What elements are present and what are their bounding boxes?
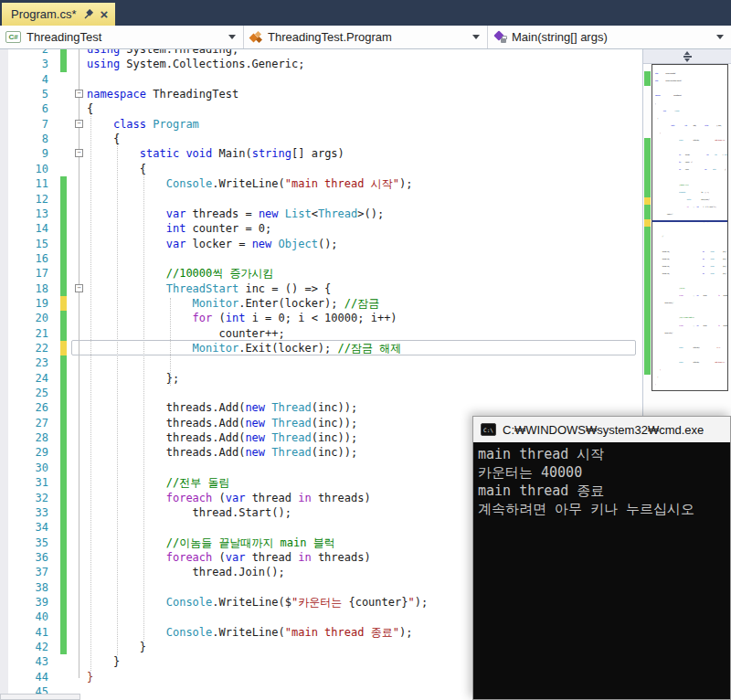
code-text: threads.Add(new Thread(inc)); (87, 445, 357, 460)
code-text: foreach (var thread in threads) (87, 550, 371, 565)
code-text: Monitor.Exit(locker); //잠금 해제 (87, 341, 401, 355)
minimap-line: }; (655, 231, 728, 239)
line-number: 31 (0, 475, 48, 490)
code-line[interactable]: 7− class Program (0, 117, 642, 133)
minimap-line: counter++; (655, 209, 728, 217)
pin-icon[interactable] (83, 9, 94, 20)
line-number: 5 (0, 87, 48, 101)
member-dropdown[interactable]: Main(string[] args) (488, 26, 731, 48)
line-number: 4 (0, 72, 48, 87)
horizontal-scrollbar[interactable] (0, 694, 80, 700)
code-text: Monitor.Enter(locker); //잠금 (87, 296, 379, 311)
code-line[interactable]: 16 (0, 251, 642, 267)
change-tracking-bar (60, 57, 67, 71)
code-line[interactable]: 19 Monitor.Enter(locker); //잠금 (0, 296, 642, 312)
code-text: Console.WriteLine("main thread 시작"); (87, 176, 412, 191)
collapse-region-icon[interactable]: − (75, 284, 83, 292)
type-dropdown[interactable]: ThreadingTest.Program (244, 26, 488, 48)
minimap-line: static void Main(string[] args) (655, 121, 728, 128)
minimap-change-bar (644, 212, 651, 219)
change-tracking-bar (60, 49, 67, 57)
change-tracking-bar (60, 491, 67, 505)
code-text: } (87, 654, 120, 669)
change-tracking-bar (60, 192, 67, 207)
minimap-line: threads.Add(new Thread(inc)); (655, 261, 728, 269)
minimap-change-bar (644, 293, 651, 301)
line-number: 23 (0, 355, 48, 370)
code-line[interactable]: 5−namespace ThreadingTest (0, 87, 642, 102)
code-text: threads.Add(new Thread(inc)); (87, 400, 357, 415)
code-line[interactable]: 10 { (0, 162, 642, 177)
line-number: 28 (0, 430, 48, 445)
code-line[interactable]: 6{ (0, 101, 642, 117)
code-line[interactable]: 15 var locker = new Object(); (0, 237, 642, 252)
minimap-line: namespace ThreadingTest (655, 90, 728, 98)
minimap-change-bar (644, 190, 651, 197)
minimap-change-bar (644, 227, 651, 234)
minimap-line (655, 335, 728, 343)
code-line[interactable]: 9− static void Main(string[] args) (0, 146, 642, 162)
code-line[interactable]: 26 threads.Add(new Thread(inc)); (0, 400, 642, 416)
change-tracking-bar (60, 640, 67, 654)
line-number: 15 (0, 237, 48, 251)
line-number: 18 (0, 281, 48, 296)
minimap-change-bar (644, 301, 651, 308)
code-line[interactable]: 11 Console.WriteLine("main thread 시작"); (0, 176, 642, 192)
code-line[interactable]: 21 counter++; (0, 326, 642, 342)
change-tracking-bar (60, 536, 67, 550)
line-number: 35 (0, 536, 48, 550)
code-line[interactable]: 24 }; (0, 371, 642, 387)
navigation-bar: C# ThreadingTest ThreadingTest.Program M… (0, 26, 731, 49)
collapse-region-icon[interactable]: − (75, 90, 83, 98)
line-number: 21 (0, 326, 48, 341)
close-icon[interactable]: × (101, 7, 109, 21)
minimap-change-bar (644, 160, 651, 167)
minimap-change-bar (644, 345, 651, 353)
minimap-change-bar (644, 264, 651, 271)
line-number: 40 (0, 610, 48, 624)
line-number: 43 (0, 654, 48, 669)
code-line[interactable]: 8 { (0, 132, 642, 147)
code-line[interactable]: 13 var threads = new List<Thread>(); (0, 207, 642, 222)
change-tracking-bar (60, 386, 67, 400)
change-tracking-bar (60, 445, 67, 460)
line-number: 13 (0, 207, 48, 221)
minimap-line: { (655, 113, 728, 121)
change-tracking-bar (60, 221, 67, 236)
line-number: 16 (0, 251, 48, 266)
collapse-region-icon[interactable]: − (75, 149, 83, 157)
code-line[interactable]: 22 Monitor.Exit(locker); //잠금 해제 (0, 341, 642, 356)
console-title-bar[interactable]: C:\ C:₩WINDOWS₩system32₩cmd.exe (473, 417, 730, 442)
console-title: C:₩WINDOWS₩system32₩cmd.exe (503, 423, 704, 437)
minimap-scrollbar[interactable]: using System.Threading;using System.Coll… (652, 64, 728, 391)
code-line[interactable]: 25 (0, 386, 642, 401)
code-text: } (87, 640, 146, 654)
code-text: //전부 돌림 (87, 475, 229, 490)
minimap-line (655, 173, 728, 180)
change-tracking-bar (60, 430, 67, 445)
code-text: counter++; (87, 326, 285, 341)
line-number: 26 (0, 400, 48, 415)
code-text: Console.WriteLine("main thread 종료"); (87, 625, 412, 640)
change-tracking-bar (60, 625, 67, 640)
cmd-icon[interactable]: C:\ (481, 423, 496, 436)
code-line[interactable]: 17 //10000씩 증가시킴 (0, 266, 642, 281)
code-line[interactable]: 12 (0, 192, 642, 207)
change-tracking-bar (60, 580, 67, 595)
code-line[interactable]: 20 for (int i = 0; i < 10000; i++) (0, 311, 642, 326)
code-line[interactable]: 4 (0, 72, 642, 88)
change-tracking-bar (60, 326, 67, 341)
tab-program-cs[interactable]: Program.cs* × (2, 3, 115, 26)
visual-studio-window: Program.cs* × C# ThreadingTest Threading… (0, 0, 731, 700)
project-dropdown[interactable]: C# ThreadingTest (0, 26, 244, 48)
code-line[interactable]: 23 (0, 355, 642, 371)
split-window-handle[interactable] (643, 49, 731, 64)
code-line[interactable]: 14 int counter = 0; (0, 221, 642, 237)
minimap-change-bar (644, 79, 651, 86)
class-icon (249, 32, 262, 43)
code-line[interactable]: 3using System.Collections.Generic; (0, 57, 642, 72)
collapse-region-icon[interactable]: − (75, 120, 83, 128)
code-line[interactable]: 18− ThreadStart inc = () => { (0, 281, 642, 297)
line-number: 2 (0, 49, 48, 57)
minimap-line: //10000씩 증가시킴 (655, 180, 728, 187)
